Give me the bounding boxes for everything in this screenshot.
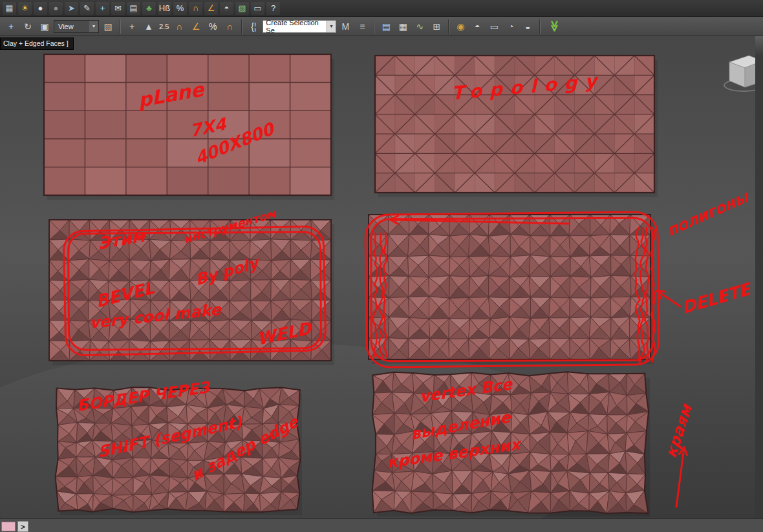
render-setup-icon[interactable]: ◓ <box>469 19 485 34</box>
max-viewport-window: ▦☀●●➤✎+✉▤♣Hß%∩∠◓▧▭? +↻▣View▾▧+▲2.5∩∠%∩{¦… <box>0 0 763 532</box>
view-dropdown-value: View <box>58 23 74 30</box>
material-editor-icon[interactable]: ◉ <box>453 19 468 34</box>
sphere-white-icon[interactable]: ● <box>34 2 47 15</box>
plane-delete-border[interactable] <box>369 215 654 364</box>
top-toolbar: ▦☀●●➤✎+✉▤♣Hß%∩∠◓▧▭? <box>0 0 763 17</box>
maximize-icon[interactable]: ▣ <box>37 19 52 34</box>
spinner-snap-icon[interactable]: ∩ <box>222 19 237 34</box>
snap-25-label: 2.5 <box>159 23 169 30</box>
move-gizmo-icon[interactable]: + <box>96 2 109 15</box>
render-production-icon[interactable]: ◔ <box>503 19 519 34</box>
crosshair-icon[interactable]: + <box>3 19 19 34</box>
pencil-icon[interactable]: ✎ <box>80 2 94 15</box>
schematic-view-icon[interactable]: ⊞ <box>429 19 444 34</box>
rendered-frame-icon[interactable]: ▭ <box>486 19 502 34</box>
selection-set-combo-value: Create Selection Se <box>266 19 327 34</box>
magnet-angle-icon[interactable]: ∠ <box>204 2 218 15</box>
viewport-canvas[interactable] <box>0 0 763 532</box>
ribbon-icon[interactable]: ▦ <box>395 19 411 34</box>
maxscript-mini-listener[interactable]: > <box>17 521 28 532</box>
cursor-icon[interactable]: ➤ <box>65 2 78 15</box>
percent-icon[interactable]: % <box>173 2 187 15</box>
plane-border-shift[interactable] <box>56 387 302 515</box>
render-iterative-icon[interactable]: ◒ <box>520 19 535 34</box>
chevron-down-icon[interactable]: ▾ <box>89 21 98 32</box>
plane-7x4[interactable] <box>44 54 334 200</box>
curve-editor-icon[interactable]: ∿ <box>412 19 427 34</box>
selection-set-combo[interactable]: Create Selection Se▾ <box>263 20 336 33</box>
sphere-gray-icon[interactable]: ● <box>49 2 63 15</box>
status-bar: > <box>0 518 763 532</box>
sun-icon[interactable]: ☀ <box>18 2 32 15</box>
chevron-down-icon[interactable]: ▾ <box>327 21 336 32</box>
angle-snap-icon[interactable]: ∠ <box>188 19 204 34</box>
help-icon[interactable]: ? <box>266 2 280 15</box>
main-toolbar: +↻▣View▾▧+▲2.5∩∠%∩{¦Create Selection Se▾… <box>0 17 763 36</box>
envelope-icon[interactable]: ✉ <box>111 2 125 15</box>
toolbar-separator <box>241 19 242 34</box>
magnet-icon[interactable]: ∩ <box>189 2 202 15</box>
toolbar-separator <box>448 19 449 34</box>
plane-bevel-weld[interactable] <box>49 220 334 365</box>
move-icon[interactable]: + <box>124 19 140 34</box>
selection-set-icon[interactable]: ▦ <box>3 2 16 15</box>
viewport-shading-label[interactable]: Clay + Edged Faces ] <box>0 37 74 50</box>
mirror-icon[interactable]: M <box>338 19 353 34</box>
align-icon[interactable]: ≡ <box>354 19 370 34</box>
curve-graph-icon[interactable]: ▧ <box>235 2 249 15</box>
percent-snap-icon[interactable]: % <box>205 19 220 34</box>
toolbar-separator <box>374 19 374 34</box>
swatch-icon[interactable]: ▧ <box>100 19 116 34</box>
cylinder-icon[interactable]: ▭ <box>251 2 264 15</box>
foliage-icon[interactable]: ♣ <box>142 2 156 15</box>
teapot-icon[interactable]: ◓ <box>220 2 233 15</box>
snap-magnet-icon[interactable]: ∩ <box>171 19 187 34</box>
toolbar-separator <box>120 19 120 34</box>
toolbar-overflow-chevron[interactable]: ≫ <box>548 21 562 32</box>
toolbar-separator <box>539 19 540 34</box>
plane-vertex-select[interactable] <box>372 372 650 516</box>
layer-manager-icon[interactable]: ▤ <box>378 19 394 34</box>
named-selection-icon[interactable]: {¦ <box>246 19 261 34</box>
keyboard-icon[interactable]: ▤ <box>127 2 140 15</box>
listener-pink-field[interactable] <box>1 522 16 531</box>
hb-text-icon[interactable]: Hß <box>158 2 171 15</box>
command-panel-edge <box>755 36 763 518</box>
orbit-icon[interactable]: ↻ <box>20 19 36 34</box>
pivot-icon[interactable]: ▲ <box>141 19 156 34</box>
view-dropdown[interactable]: View▾ <box>54 20 99 33</box>
